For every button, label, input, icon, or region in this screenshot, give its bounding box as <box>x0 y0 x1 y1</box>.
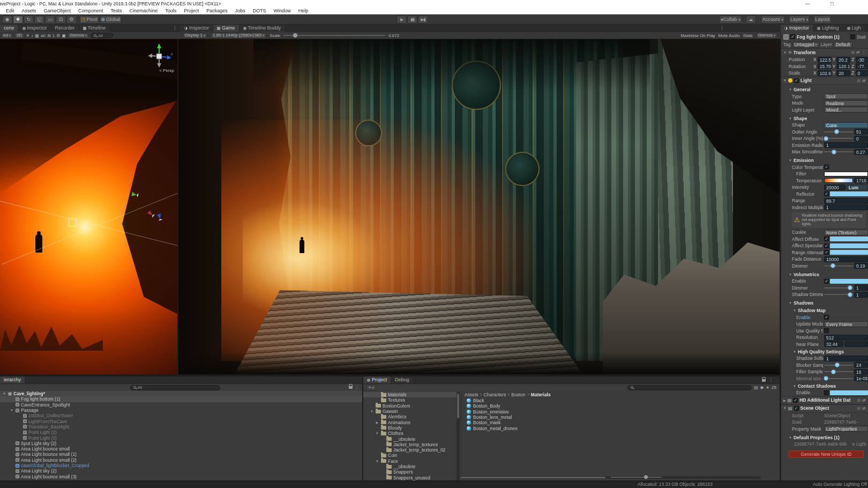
active-checkbox[interactable] <box>790 34 795 39</box>
hierarchy-item[interactable]: ▼Passage <box>0 408 362 413</box>
account-button[interactable]: Account ▾ <box>761 16 785 24</box>
open-asset-icon[interactable]: ▤ <box>754 385 758 390</box>
slider-track[interactable] <box>824 365 853 366</box>
menu-cinemachine[interactable]: Cinemachine <box>126 8 162 14</box>
value-field[interactable] <box>844 341 868 347</box>
hierarchy-item[interactable]: Point Light (2) <box>0 430 362 435</box>
hierarchy-item[interactable]: CaveEntrance_Spotlight <box>0 402 362 408</box>
game-gizmos-dropdown[interactable]: Gizmos ▾ <box>756 33 777 39</box>
tab-game[interactable]: Game <box>213 25 240 32</box>
layer-dropdown[interactable]: Default <box>834 42 852 48</box>
slider-knob[interactable] <box>824 376 828 381</box>
checkbox[interactable] <box>824 279 829 284</box>
breadcrumb-assets[interactable]: Assets <box>465 392 478 397</box>
menu-gameobject[interactable]: GameObject <box>40 8 75 14</box>
lock-icon[interactable] <box>762 378 766 383</box>
static-checkbox[interactable] <box>850 34 855 39</box>
value-field[interactable]: 10000 <box>824 256 868 262</box>
asset-item[interactable]: Boston_emmisive <box>461 409 780 415</box>
favorites-icon[interactable]: ★ <box>766 385 769 390</box>
scale-slider-knob[interactable] <box>293 33 297 38</box>
foldout-open-icon[interactable]: ▼ <box>789 436 792 439</box>
foldout-open-icon[interactable]: ▼ <box>789 273 792 276</box>
tab-inspector[interactable]: Inspector <box>781 25 813 32</box>
project-folder[interactable]: Snappers <box>363 469 457 475</box>
hierarchy-item[interactable]: Fog light bottom (1) <box>0 396 362 402</box>
slider-knob[interactable] <box>848 285 852 290</box>
asset-item[interactable]: Black <box>461 398 780 403</box>
preset-icon[interactable]: ⇄ <box>862 78 866 83</box>
lighting-status[interactable]: Auto Generate Lighting Off <box>813 481 867 488</box>
hierarchy-item[interactable]: Area Light sky (2) <box>0 468 362 474</box>
shading-mode-dropdown[interactable]: ed ▾ <box>1 33 13 39</box>
transform-position[interactable]: PositionX122.5Y20.2Z-30 <box>781 56 868 63</box>
property-shape[interactable]: ShapeCone <box>781 122 868 129</box>
project-folder[interactable]: Coin <box>363 453 457 458</box>
menu-tests[interactable]: Tests <box>107 8 126 14</box>
project-folder[interactable]: BostonGolem <box>363 403 457 409</box>
object-picker-icon[interactable]: ⊙ <box>851 442 855 447</box>
default-properties-foldout[interactable]: ▼ Default Properties (1) <box>781 434 868 441</box>
property-filter-sample-co[interactable]: Filter Sample Co16 <box>781 368 868 375</box>
tab-inspector[interactable]: Inspector <box>19 25 51 32</box>
property-blocker-sample[interactable]: Blocker Sample24 <box>781 362 868 369</box>
scene-gizmos-dropdown[interactable]: Gizmos ▾ <box>68 33 89 39</box>
section-emission[interactable]: ▼Emission <box>781 157 868 164</box>
property-affect-specular[interactable]: Affect Specular <box>781 242 868 249</box>
project-folder[interactable]: ▼Clothes <box>363 431 457 436</box>
checkbox[interactable] <box>824 250 829 255</box>
property-affect-diffuse[interactable]: Affect Diffuse <box>781 236 868 243</box>
project-folder[interactable]: Materials <box>363 392 457 397</box>
property-minimal-size-of-th[interactable]: Minimal size of th1e-05 <box>781 375 868 382</box>
slider-knob[interactable] <box>644 475 648 479</box>
scene-grid-icon[interactable]: ⊞ <box>47 33 51 38</box>
custom-tool[interactable]: ⚙ <box>66 16 77 24</box>
scene-tool-settings-icon[interactable]: ⚙ <box>56 33 60 38</box>
property-cookie[interactable]: CookieNone (Texture) <box>781 229 868 236</box>
slider-knob[interactable] <box>831 369 836 374</box>
slider-track[interactable] <box>824 151 853 152</box>
asset-item[interactable]: Boston_lens_metal <box>461 415 780 420</box>
scale-tool[interactable]: ◱ <box>34 16 44 24</box>
panel-menu-icon[interactable]: ⋮ <box>769 378 773 382</box>
property-inner-angle[interactable]: Inner Angle (%)0 <box>781 135 868 142</box>
property-enable[interactable]: Enable <box>781 278 868 285</box>
value-field[interactable]: 1 <box>854 285 868 291</box>
property-indirect-multiplier[interactable]: Indirect Multiplier1 <box>781 204 868 211</box>
tab-timeline-buddy[interactable]: Timeline Buddy <box>240 25 286 32</box>
menu-component[interactable]: Component <box>74 8 107 14</box>
value-field[interactable]: 1 <box>824 142 868 148</box>
dropdown[interactable]: None (Texture) <box>824 230 868 235</box>
tab-cene[interactable]: cene <box>0 25 19 32</box>
step-button[interactable]: ▶▮ <box>418 16 428 24</box>
asset-item[interactable]: Boston_metal_drones <box>461 425 780 431</box>
project-folder[interactable]: Bloody <box>363 425 457 431</box>
property-resolution[interactable]: Resolution512 <box>781 334 868 341</box>
panel-menu-icon[interactable]: ⋮ <box>173 25 177 32</box>
checkbox[interactable] <box>824 328 829 333</box>
default-property-row[interactable]: 22695747-7a46-4ab9-94b ⊙ Light <box>781 441 868 448</box>
axis-y-field[interactable]: 120.19 <box>836 63 850 69</box>
minimize-button[interactable]: — <box>803 0 812 8</box>
property-near-plane[interactable]: Near Plane32.44 <box>781 341 868 348</box>
generate-unique-id-button[interactable]: Generate New Unique ID <box>789 450 864 458</box>
property-dimmer[interactable]: Dimmer1 <box>781 285 868 292</box>
property-enable[interactable]: Enable <box>781 389 868 396</box>
menu-edit[interactable]: Edit <box>2 8 18 14</box>
hierarchy-item[interactable]: Area Light bounce small (2) <box>0 457 362 463</box>
lock-icon[interactable] <box>349 386 353 389</box>
component-enabled-checkbox[interactable] <box>794 78 799 83</box>
foldout-open-icon[interactable]: ▼ <box>793 309 796 312</box>
tab-lighting[interactable]: Lighting <box>813 25 843 32</box>
menu-window[interactable]: Window <box>270 8 295 14</box>
panel-menu-icon[interactable]: ⋮ <box>720 25 724 32</box>
tab-project[interactable]: Project <box>363 376 391 383</box>
scene-object-component-header[interactable]: ▼ ▤ Scene Object ⊙ ⇄ <box>781 404 868 412</box>
property-reflector[interactable]: Reflector <box>781 191 868 198</box>
property-mode[interactable]: ModeRealtime <box>781 100 868 107</box>
project-search-input[interactable] <box>627 385 752 390</box>
pivot-button[interactable]: ◳ Pivot <box>79 16 99 24</box>
rotate-tool[interactable]: ↻ <box>24 16 34 24</box>
menu-dots[interactable]: DOTS <box>249 8 270 14</box>
foldout-open-icon[interactable]: ▼ <box>789 117 792 120</box>
